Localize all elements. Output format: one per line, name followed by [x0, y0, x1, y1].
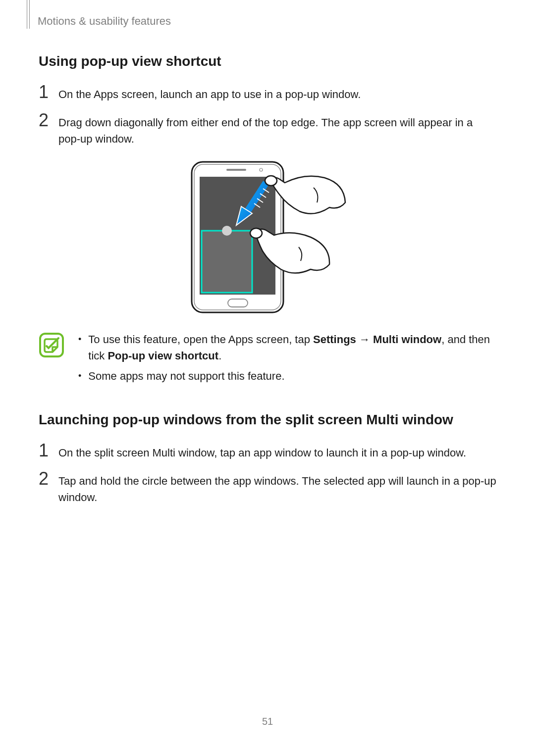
svg-point-7	[222, 226, 232, 236]
svg-rect-6	[202, 231, 252, 293]
page-number: 51	[0, 716, 535, 727]
step-text: On the split screen Multi window, tap an…	[58, 444, 496, 461]
steps-list-2: 1 On the split screen Multi window, tap …	[39, 444, 496, 505]
step-text: Drag down diagonally from either end of …	[58, 113, 496, 147]
illustration-container	[39, 158, 496, 316]
step-item: 2 Drag down diagonally from either end o…	[39, 113, 496, 147]
bullet-dot-icon: •	[78, 368, 81, 383]
note-bullet: • Some apps may not support this feature…	[78, 368, 496, 384]
step-number: 2	[39, 470, 58, 488]
step-number: 1	[39, 442, 58, 459]
bullet-dot-icon: •	[78, 331, 81, 346]
svg-rect-3	[226, 169, 246, 171]
note-bullet: • To use this feature, open the Apps scr…	[78, 331, 496, 364]
svg-point-14	[265, 176, 277, 186]
step-number: 2	[39, 111, 58, 129]
note-text: Some apps may not support this feature.	[88, 368, 496, 384]
section-heading-popup-shortcut: Using pop-up view shortcut	[39, 53, 496, 69]
step-text: On the Apps screen, launch an app to use…	[58, 85, 496, 102]
svg-point-15	[250, 228, 262, 238]
note-block: • To use this feature, open the Apps scr…	[39, 331, 496, 388]
step-item: 1 On the Apps screen, launch an app to u…	[39, 85, 496, 102]
steps-list-1: 1 On the Apps screen, launch an app to u…	[39, 85, 496, 147]
note-icon	[39, 332, 64, 358]
note-text: To use this feature, open the Apps scree…	[88, 331, 496, 364]
breadcrumb: Motions & usability features	[38, 15, 496, 28]
drag-gesture-illustration	[186, 158, 349, 316]
page-tab-marker	[27, 0, 30, 29]
step-item: 2 Tap and hold the circle between the ap…	[39, 472, 496, 505]
step-text: Tap and hold the circle between the app …	[58, 472, 496, 505]
section-heading-split-screen: Launching pop-up windows from the split …	[39, 412, 496, 428]
step-number: 1	[39, 83, 58, 101]
step-item: 1 On the split screen Multi window, tap …	[39, 444, 496, 461]
